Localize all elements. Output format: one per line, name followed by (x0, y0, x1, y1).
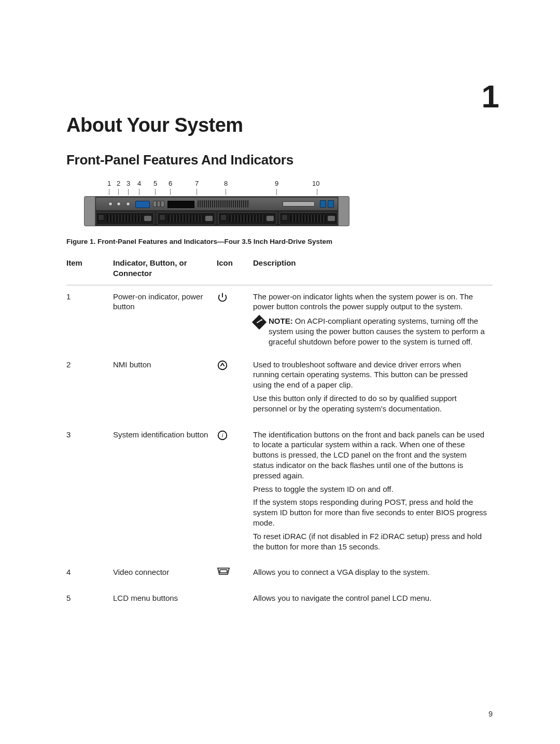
cell-indicator: Video connector (113, 561, 217, 587)
vga-icon (217, 567, 248, 575)
note-text: NOTE: On ACPI-compliant operating system… (269, 316, 487, 347)
chapter-number: 1 (482, 78, 499, 115)
cell-indicator: NMI button (113, 353, 217, 423)
features-table: Item Indicator, Button, or Connector Ico… (66, 253, 493, 613)
table-row: 4 Video connector Allows you to connect … (66, 561, 493, 587)
power-icon (217, 292, 248, 303)
callout-6: 6 (169, 180, 172, 187)
cell-icon (217, 285, 253, 353)
cell-icon: i (217, 423, 253, 561)
cell-item: 1 (66, 285, 113, 353)
nmi-icon (217, 360, 248, 371)
cell-item: 5 (66, 587, 113, 613)
cell-description: Allows you to connect a VGA display to t… (253, 561, 493, 587)
cell-icon (217, 561, 253, 587)
cell-item: 2 (66, 353, 113, 423)
cell-icon (217, 587, 253, 613)
table-row: 2 NMI button Used to troubleshoot softwa… (66, 353, 493, 423)
svg-point-0 (218, 361, 227, 369)
desc-text: The power-on indicator lights when the s… (253, 292, 487, 312)
cell-icon (217, 353, 253, 423)
section-heading: Front-Panel Features And Indicators (66, 152, 493, 168)
callout-10: 10 (312, 180, 319, 187)
cell-description: Used to troubleshoot software and device… (253, 353, 493, 423)
table-header-row: Item Indicator, Button, or Connector Ico… (66, 253, 493, 285)
note-label: NOTE: (269, 316, 293, 325)
desc-text: The identification buttons on the front … (253, 430, 487, 481)
cell-description: The identification buttons on the front … (253, 423, 493, 561)
figure-front-panel: 1 2 3 4 5 6 7 8 9 10 (84, 180, 349, 226)
cell-item: 4 (66, 561, 113, 587)
cell-indicator: System identification button (113, 423, 217, 561)
cell-indicator: LCD menu buttons (113, 587, 217, 613)
cell-indicator: Power-on indicator, power button (113, 285, 217, 353)
desc-text: If the system stops responding during PO… (253, 497, 487, 528)
note-icon (252, 315, 267, 329)
th-indicator: Indicator, Button, or Connector (113, 253, 217, 285)
desc-text: To reset iDRAC (if not disabled in F2 iD… (253, 531, 487, 552)
document-page: 1 About Your System Front-Panel Features… (0, 0, 560, 744)
figure-caption: Figure 1. Front-Panel Features and Indic… (66, 238, 493, 245)
th-icon: Icon (217, 253, 253, 285)
callout-4: 4 (137, 180, 141, 187)
figure-leader-lines (84, 189, 349, 196)
svg-text:i: i (222, 432, 223, 438)
cell-item: 3 (66, 423, 113, 561)
table-row: 5 LCD menu buttons Allows you to navigat… (66, 587, 493, 613)
cell-description: The power-on indicator lights when the s… (253, 285, 493, 353)
callout-5: 5 (153, 180, 157, 187)
table-row: 1 Power-on indicator, power button The p… (66, 285, 493, 353)
server-front-illustration (84, 196, 349, 226)
page-number: 9 (488, 710, 493, 718)
cell-description: Allows you to navigate the control panel… (253, 587, 493, 613)
figure-callout-labels: 1 2 3 4 5 6 7 8 9 10 (84, 180, 349, 189)
callout-2: 2 (117, 180, 120, 187)
callout-9: 9 (275, 180, 278, 187)
callout-1: 1 (107, 180, 111, 187)
th-description: Description (253, 253, 493, 285)
svg-rect-3 (220, 570, 227, 573)
th-item: Item (66, 253, 113, 285)
page-title: About Your System (66, 114, 493, 136)
callout-3: 3 (127, 180, 130, 187)
id-icon: i (217, 430, 248, 441)
callout-8: 8 (224, 180, 228, 187)
desc-text: Used to troubleshoot software and device… (253, 360, 487, 390)
note-block: NOTE: On ACPI-compliant operating system… (253, 316, 487, 347)
desc-text: Allows you to connect a VGA display to t… (253, 567, 487, 577)
desc-text: Press to toggle the system ID on and off… (253, 484, 487, 494)
note-body: On ACPI-compliant operating systems, tur… (269, 316, 485, 346)
table-row: 3 System identification button i The ide… (66, 423, 493, 561)
callout-7: 7 (195, 180, 199, 187)
desc-text: Allows you to navigate the control panel… (253, 593, 487, 603)
desc-text: Use this button only if directed to do s… (253, 393, 487, 414)
